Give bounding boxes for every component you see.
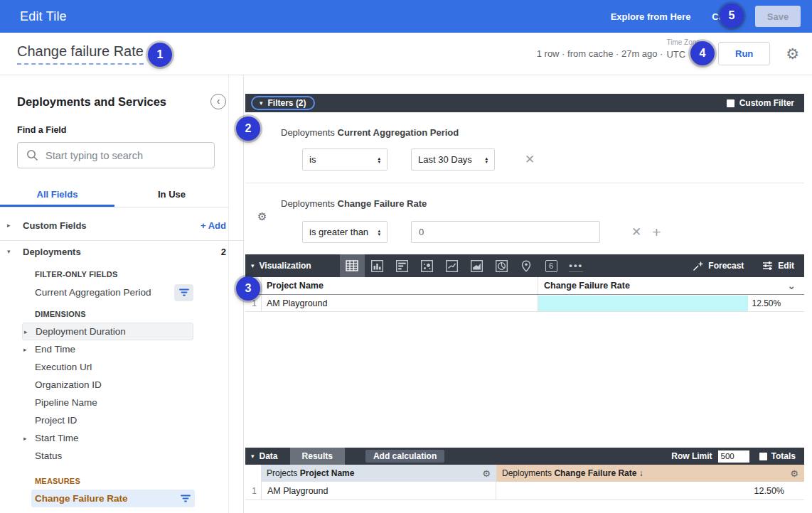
single-value-icon: 6 bbox=[545, 260, 557, 272]
filter-only-fields-header: FILTER-ONLY FIELDS bbox=[35, 270, 243, 279]
field-project-id[interactable]: Project ID bbox=[22, 411, 193, 429]
gear-icon[interactable]: ⚙ bbox=[790, 468, 798, 479]
visualization-section: ▾ Visualization bbox=[245, 254, 804, 312]
custom-filter-label: Custom Filter bbox=[739, 98, 794, 108]
query-status-text: 1 row · from cache · 27m ago · bbox=[537, 48, 663, 59]
viz-type-picker: 6 ••• bbox=[340, 254, 589, 277]
field-search-box[interactable] bbox=[17, 142, 215, 168]
viz-type-scatter-icon[interactable] bbox=[415, 254, 439, 277]
viz-type-bar-icon[interactable] bbox=[390, 254, 415, 277]
viz-tools: Forecast Edit bbox=[693, 261, 794, 271]
viz-type-pie-icon[interactable] bbox=[489, 254, 514, 277]
results-tab[interactable]: Results bbox=[290, 448, 345, 465]
more-dots-icon: ••• bbox=[569, 260, 583, 272]
filters-header-bar: ▾ Filters (2) Custom Filter bbox=[245, 94, 804, 112]
data-bar-right: Row Limit Totals bbox=[671, 450, 796, 463]
tab-in-use[interactable]: In Use bbox=[114, 185, 229, 207]
deployments-group-row[interactable]: ▾ Deployments 2 bbox=[0, 240, 243, 262]
filter-value-select[interactable]: Last 30 Days ▴▾ bbox=[411, 148, 495, 171]
field-deployment-duration[interactable]: ▸ Deployment Duration bbox=[22, 323, 193, 340]
filter-applied-button[interactable] bbox=[181, 495, 191, 502]
run-button[interactable]: Run bbox=[718, 42, 770, 65]
field-end-time[interactable]: ▸ End Time bbox=[22, 340, 193, 358]
viz-type-line-icon[interactable] bbox=[439, 254, 464, 277]
totals-checkbox[interactable] bbox=[759, 453, 767, 460]
field-start-time[interactable]: ▸ Start Time bbox=[22, 429, 193, 447]
field-execution-url[interactable]: Execution Url bbox=[22, 358, 193, 376]
pie-chart-icon bbox=[496, 260, 508, 272]
topbar-actions: Explore from Here Cancel Save bbox=[611, 6, 801, 27]
tile-title[interactable]: Change failure Rate bbox=[17, 43, 144, 65]
annotation-badge-1: 1 bbox=[148, 43, 172, 67]
viz-col-project-name[interactable]: Project Name bbox=[261, 277, 538, 294]
caret-down-icon: ▾ bbox=[7, 248, 17, 255]
filter-divider bbox=[245, 183, 804, 183]
viz-type-map-icon[interactable] bbox=[514, 254, 539, 277]
gear-icon[interactable]: ⚙ bbox=[257, 210, 267, 223]
remove-filter-button[interactable]: ✕ bbox=[525, 152, 535, 167]
viz-type-table-icon[interactable] bbox=[340, 254, 365, 277]
forecast-button[interactable]: Forecast bbox=[693, 261, 744, 271]
data-section: ▾ Data Results Add calculation Row Limit… bbox=[245, 448, 804, 500]
viz-type-more-button[interactable]: ••• bbox=[564, 254, 589, 277]
gear-icon[interactable]: ⚙ bbox=[482, 468, 491, 479]
filter-applied-button[interactable] bbox=[174, 284, 193, 301]
field-change-failure-rate[interactable]: Change Failure Rate bbox=[31, 490, 195, 507]
data-table: Projects Project Name ⚙ Deployments Chan… bbox=[245, 465, 804, 500]
viz-type-column-icon[interactable] bbox=[365, 254, 390, 277]
totals-toggle[interactable]: Totals bbox=[759, 451, 796, 461]
tab-all-fields[interactable]: All Fields bbox=[0, 185, 114, 207]
data-col-change-failure-rate[interactable]: Deployments Change Failure Rate ↓ ⚙ bbox=[496, 465, 804, 482]
field-organization-id[interactable]: Organization ID bbox=[22, 376, 193, 394]
collapse-sidebar-button[interactable]: ‹ bbox=[210, 94, 226, 109]
explore-from-here-button[interactable]: Explore from Here bbox=[611, 11, 691, 22]
chevron-down-icon[interactable]: ⌄ bbox=[787, 280, 796, 291]
bar-chart-icon bbox=[396, 260, 408, 272]
viz-table: Project Name Change Failure Rate ⌄ 1 AM … bbox=[245, 277, 804, 312]
caret-right-icon: ▸ bbox=[7, 222, 17, 229]
row-limit-input[interactable] bbox=[718, 450, 749, 463]
add-custom-field-button[interactable]: + Add bbox=[201, 220, 226, 231]
caret-down-icon: ▾ bbox=[251, 453, 255, 460]
edit-viz-button[interactable]: Edit bbox=[762, 261, 794, 271]
add-filter-button[interactable]: + bbox=[652, 224, 661, 241]
data-header-label: Data bbox=[260, 451, 278, 461]
gear-icon[interactable]: ⚙ bbox=[786, 46, 799, 61]
search-icon bbox=[26, 149, 38, 161]
col-group-label: Deployments bbox=[502, 468, 552, 478]
viz-type-area-icon[interactable] bbox=[464, 254, 489, 277]
annotation-badge-2: 2 bbox=[236, 117, 260, 141]
filter-field-group: Deployments bbox=[281, 198, 335, 209]
sort-descending-icon: ↓ bbox=[639, 468, 643, 478]
field-status[interactable]: Status bbox=[22, 447, 193, 465]
filter-operator-select[interactable]: is ▴▾ bbox=[302, 148, 388, 171]
field-failed-deployments[interactable]: Failed Deployments bbox=[31, 507, 195, 513]
viz-table-row[interactable]: 1 AM Playground 12.50% bbox=[245, 295, 804, 312]
custom-filter-toggle[interactable]: Custom Filter bbox=[727, 98, 794, 108]
filter-operator-select[interactable]: is greater than ▴▾ bbox=[302, 221, 388, 243]
remove-filter-button[interactable]: ✕ bbox=[631, 225, 641, 239]
field-current-aggregation-period[interactable]: Current Aggregation Period bbox=[22, 283, 193, 302]
data-col-project-name[interactable]: Projects Project Name ⚙ bbox=[261, 465, 496, 482]
change-failure-rate-cell: 12.50% bbox=[538, 295, 804, 311]
col-name-label: Change Failure Rate bbox=[554, 468, 636, 478]
row-number-gutter bbox=[245, 465, 261, 482]
timezone-block[interactable]: Time Zone UTC bbox=[666, 48, 685, 60]
select-arrows-icon: ▴▾ bbox=[378, 156, 380, 163]
viz-type-single-value-icon[interactable]: 6 bbox=[539, 254, 564, 277]
caret-down-icon: ▾ bbox=[251, 262, 255, 269]
data-table-header: Projects Project Name ⚙ Deployments Chan… bbox=[245, 465, 804, 482]
filters-body: Deployments Current Aggregation Period i… bbox=[245, 127, 804, 243]
viz-col-change-failure-rate[interactable]: Change Failure Rate ⌄ bbox=[538, 277, 804, 294]
data-table-row[interactable]: 1 AM Playground 12.50% bbox=[245, 482, 804, 500]
custom-filter-checkbox[interactable] bbox=[727, 99, 734, 107]
filter-value-input[interactable] bbox=[411, 221, 600, 243]
add-calculation-button[interactable]: Add calculation bbox=[365, 450, 444, 463]
custom-fields-row[interactable]: ▸ Custom Fields + Add bbox=[0, 215, 243, 235]
filter-operator-value: is bbox=[309, 154, 316, 165]
filter-field-label: Deployments Current Aggregation Period bbox=[281, 127, 804, 138]
filters-section-toggle[interactable]: ▾ Filters (2) bbox=[251, 96, 315, 110]
save-button[interactable]: Save bbox=[755, 6, 801, 27]
field-pipeline-name[interactable]: Pipeline Name bbox=[22, 394, 193, 411]
search-input[interactable] bbox=[46, 150, 205, 161]
